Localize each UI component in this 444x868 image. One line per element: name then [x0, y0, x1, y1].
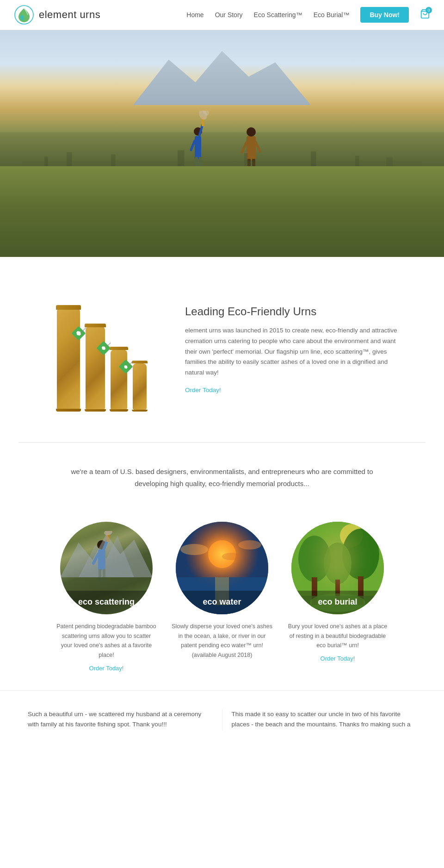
- eco-scattering-link[interactable]: Order Today!: [89, 665, 124, 672]
- urns-content: Leading Eco-Friendly Urns element urns w…: [185, 305, 407, 394]
- eco-burial-link[interactable]: Order Today!: [321, 655, 355, 662]
- svg-point-43: [222, 553, 240, 560]
- eco-water-label: eco water: [176, 591, 268, 614]
- testimonials-section: Such a beautiful urn - we scattered my h…: [0, 690, 444, 740]
- logo-text: element urns: [39, 9, 100, 21]
- nav-home[interactable]: Home: [186, 11, 204, 19]
- urn-short: [111, 350, 127, 410]
- cart-button[interactable]: 0: [420, 9, 430, 21]
- svg-rect-23: [244, 153, 248, 182]
- eco-scattering-image: eco scattering: [60, 522, 153, 614]
- nav-eco-burial[interactable]: Eco Burial™: [314, 11, 350, 19]
- eco-scattering-item: eco scattering Patent pending biodegrada…: [56, 522, 157, 672]
- urn-tiny: [133, 363, 147, 410]
- svg-rect-18: [22, 161, 422, 182]
- svg-rect-26: [386, 157, 392, 182]
- testimonial-1: Such a beautiful urn - we scattered my h…: [18, 709, 222, 731]
- svg-point-50: [324, 543, 352, 584]
- cart-count: 0: [426, 7, 432, 13]
- urns-section-title: Leading Eco-Friendly Urns: [185, 305, 407, 318]
- eco-burial-desc: Bury your loved one's ashes at a place o…: [287, 622, 388, 650]
- testimonial-1-text: Such a beautiful urn - we scattered my h…: [28, 709, 213, 731]
- urn-tall: [57, 308, 80, 410]
- main-nav: Home Our Story Eco Scattering™ Eco Buria…: [186, 7, 430, 23]
- svg-point-42: [238, 540, 261, 550]
- svg-rect-22: [178, 150, 184, 182]
- eco-scattering-label: eco scattering: [60, 591, 153, 614]
- eco-scattering-desc: Patent pending biodegradable bamboo scat…: [56, 622, 157, 660]
- team-tagline: we're a team of U.S. based designers, en…: [60, 466, 384, 489]
- nav-eco-scattering[interactable]: Eco Scattering™: [254, 11, 302, 19]
- buy-now-button[interactable]: Buy Now!: [360, 7, 409, 23]
- testimonial-2-text: This made it so easy to scatter our uncl…: [232, 709, 417, 731]
- scatter-bg-icon: [60, 531, 153, 577]
- svg-point-48: [342, 529, 379, 580]
- site-header: element urns Home Our Story Eco Scatteri…: [0, 0, 444, 30]
- eco-burial-item: eco burial Bury your loved one's ashes a…: [287, 522, 388, 672]
- team-section: we're a team of U.S. based designers, en…: [0, 443, 444, 522]
- urn-tag-2: [96, 341, 111, 355]
- svg-point-46: [298, 536, 331, 582]
- logo-icon: [14, 5, 34, 25]
- svg-point-41: [180, 544, 208, 555]
- eco-water-image: eco water: [176, 522, 268, 614]
- logo[interactable]: element urns: [14, 5, 100, 25]
- hero-section: [0, 30, 444, 257]
- hero-image: [0, 30, 444, 257]
- urns-section-body: element urns was launched in 2015 to cre…: [185, 325, 407, 379]
- eco-burial-label: eco burial: [291, 591, 384, 614]
- svg-point-13: [247, 127, 256, 137]
- svg-rect-24: [311, 151, 316, 182]
- urns-product-image: [37, 285, 166, 414]
- svg-rect-21: [111, 155, 116, 182]
- svg-rect-19: [44, 156, 48, 182]
- city-skyline: [22, 148, 422, 182]
- urns-order-link[interactable]: Order Today!: [185, 387, 221, 393]
- eco-water-desc: Slowly disperse your loved one's ashes i…: [171, 622, 273, 660]
- svg-marker-35: [60, 534, 153, 577]
- eco-water-item: eco water Slowly disperse your loved one…: [171, 522, 273, 672]
- urn-illustration: [57, 289, 147, 410]
- svg-rect-25: [355, 156, 359, 182]
- urn-tag-3: [118, 359, 133, 374]
- urn-medium: [86, 326, 105, 410]
- testimonial-2: This made it so easy to scatter our uncl…: [222, 709, 426, 731]
- svg-rect-20: [67, 152, 72, 182]
- eco-burial-image: eco burial: [291, 522, 384, 614]
- person2-silhouette: [240, 115, 263, 175]
- urn-tag-1: [71, 326, 86, 340]
- urns-section: Leading Eco-Friendly Urns element urns w…: [0, 257, 444, 442]
- product-circles-row: eco scattering Patent pending biodegrada…: [0, 522, 444, 690]
- nav-our-story[interactable]: Our Story: [215, 11, 243, 19]
